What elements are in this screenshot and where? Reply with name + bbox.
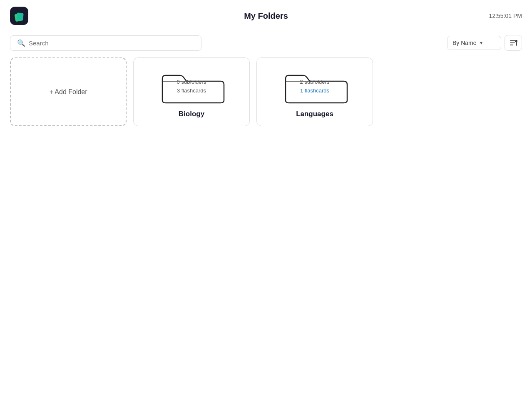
biology-subfolders: 0 subfolders (177, 78, 206, 87)
biology-flashcards: 3 flashcards (177, 87, 206, 95)
toolbar: 🔍 By Name ▾ (0, 32, 532, 57)
sort-order-icon (509, 39, 517, 47)
page-title: My Folders (244, 11, 288, 21)
languages-flashcards: 1 flashcards (300, 87, 330, 95)
folder-grid: + Add Folder 0 subfolders 3 flashcards B… (0, 57, 532, 133)
svg-rect-1 (16, 12, 24, 20)
folder-stats-biology: 0 subfolders 3 flashcards (177, 78, 206, 95)
sort-label: By Name (452, 40, 477, 46)
header: My Folders 12:55:01 PM (0, 0, 532, 32)
search-box[interactable]: 🔍 (10, 35, 201, 51)
chevron-down-icon: ▾ (480, 40, 482, 46)
sort-order-button[interactable] (505, 35, 522, 51)
languages-subfolders: 2 subfolders (300, 78, 330, 87)
folder-card-languages[interactable]: 2 subfolders 1 flashcards Languages (256, 57, 373, 126)
languages-folder-name: Languages (296, 110, 333, 118)
app-logo[interactable] (10, 7, 28, 25)
search-input[interactable] (29, 40, 194, 47)
add-folder-label: + Add Folder (49, 88, 87, 96)
search-icon: 🔍 (17, 39, 25, 47)
sort-dropdown[interactable]: By Name ▾ (447, 36, 501, 50)
sort-controls: By Name ▾ (447, 35, 522, 51)
folder-card-biology[interactable]: 0 subfolders 3 flashcards Biology (133, 57, 250, 126)
biology-folder-name: Biology (179, 110, 204, 118)
folder-stats-languages: 2 subfolders 1 flashcards (300, 78, 330, 95)
add-folder-card[interactable]: + Add Folder (10, 57, 127, 126)
header-time: 12:55:01 PM (489, 12, 522, 19)
